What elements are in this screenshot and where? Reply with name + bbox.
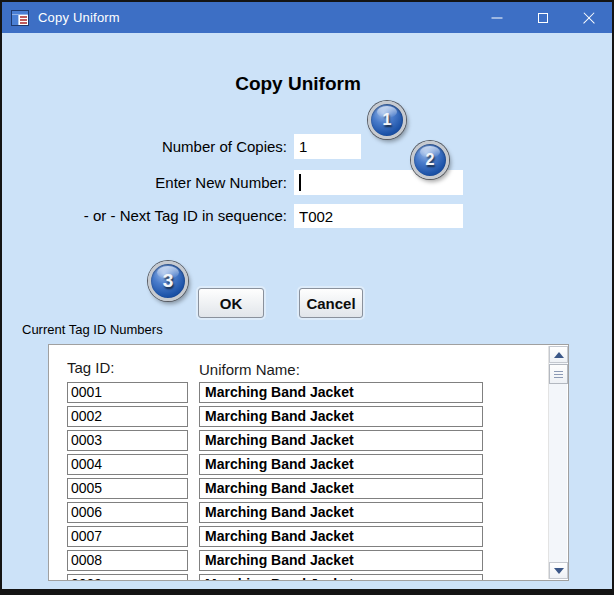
thumb-grip-icon (554, 374, 563, 375)
tag-id-column-header: Tag ID: (67, 359, 115, 376)
access-form-icon (11, 10, 29, 26)
next-tag-id-label: - or - Next Tag ID in sequence: (2, 204, 287, 228)
number-of-copies-label: Number of Copies: (2, 134, 287, 159)
maximize-icon (538, 13, 548, 23)
tag-id-cell[interactable]: 0009 (67, 574, 188, 581)
ok-button[interactable]: OK (198, 288, 264, 318)
table-row: 0002 Marching Band Jacket (49, 406, 568, 427)
uniform-name-cell[interactable]: Marching Band Jacket (199, 430, 483, 451)
scroll-up-arrow-icon (554, 352, 564, 358)
table-row: 0007 Marching Band Jacket (49, 526, 568, 547)
tag-id-cell[interactable]: 0003 (67, 430, 188, 451)
tag-id-cell[interactable]: 0001 (67, 382, 188, 403)
tag-id-cell[interactable]: 0002 (67, 406, 188, 427)
table-row: 0008 Marching Band Jacket (49, 550, 568, 571)
tag-id-cell[interactable]: 0004 (67, 454, 188, 475)
uniform-name-cell[interactable]: Marching Band Jacket (199, 502, 483, 523)
tag-id-cell[interactable]: 0005 (67, 478, 188, 499)
step-2-badge: 2 (411, 141, 449, 179)
uniform-name-cell[interactable]: Marching Band Jacket (199, 406, 483, 427)
tag-id-cell[interactable]: 0006 (67, 502, 188, 523)
table-row: 0005 Marching Band Jacket (49, 478, 568, 499)
table-row: 0004 Marching Band Jacket (49, 454, 568, 475)
page-title: Copy Uniform (2, 73, 594, 95)
uniform-name-cell[interactable]: Marching Band Jacket (199, 574, 483, 581)
step-3-badge: 3 (148, 261, 188, 301)
uniform-name-cell[interactable]: Marching Band Jacket (199, 550, 483, 571)
table-row: 0001 Marching Band Jacket (49, 382, 568, 403)
step-3-number: 3 (163, 270, 174, 292)
window-title: Copy Uniform (38, 10, 120, 25)
number-of-copies-input[interactable] (294, 134, 361, 159)
uniform-name-cell[interactable]: Marching Band Jacket (199, 454, 483, 475)
uniform-name-cell[interactable]: Marching Band Jacket (199, 382, 483, 403)
table-row: 0009 Marching Band Jacket (49, 574, 568, 581)
tag-id-cell[interactable]: 0008 (67, 550, 188, 571)
step-1-number: 1 (383, 111, 392, 129)
window-titlebar: Copy Uniform (2, 2, 612, 33)
maximize-button[interactable] (520, 2, 566, 33)
current-tag-id-caption: Current Tag ID Numbers (22, 322, 163, 337)
copy-uniform-window: Copy Uniform Copy Uniform 1 2 3 Number o… (0, 0, 614, 595)
close-button[interactable] (566, 2, 612, 33)
scroll-down-button[interactable] (549, 562, 568, 579)
uniform-name-cell[interactable]: Marching Band Jacket (199, 478, 483, 499)
thumb-grip-icon (554, 371, 563, 372)
close-icon (583, 11, 596, 24)
minimize-icon (492, 17, 503, 18)
tag-list-rows: 0001 Marching Band Jacket 0002 Marching … (49, 382, 568, 581)
scrollbar-thumb[interactable] (549, 364, 568, 384)
text-caret (299, 174, 301, 191)
table-row: 0003 Marching Band Jacket (49, 430, 568, 451)
next-tag-id-input[interactable] (294, 204, 463, 228)
scroll-up-button[interactable] (549, 346, 568, 363)
table-row: 0006 Marching Band Jacket (49, 502, 568, 523)
minimize-button[interactable] (474, 2, 520, 33)
dialog-body: Copy Uniform 1 2 3 Number of Copies: Ent… (2, 33, 612, 589)
enter-new-number-label: Enter New Number: (2, 170, 287, 195)
uniform-name-cell[interactable]: Marching Band Jacket (199, 526, 483, 547)
tag-id-listbox: Tag ID: Uniform Name: 0001 Marching Band… (48, 344, 569, 581)
window-controls (474, 2, 612, 33)
step-1-badge: 1 (368, 101, 406, 139)
vertical-scrollbar[interactable] (548, 346, 567, 579)
thumb-grip-icon (554, 377, 563, 378)
scroll-down-arrow-icon (554, 568, 564, 574)
tag-id-cell[interactable]: 0007 (67, 526, 188, 547)
cancel-button[interactable]: Cancel (299, 288, 363, 318)
step-2-number: 2 (426, 151, 435, 169)
uniform-name-column-header: Uniform Name: (199, 361, 300, 378)
